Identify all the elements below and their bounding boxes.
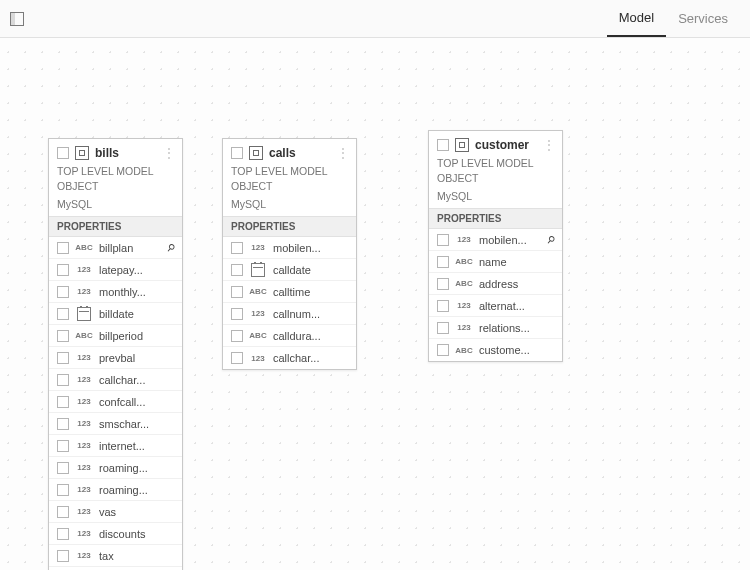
entity-icon [249, 146, 263, 160]
property-label: latepay... [99, 264, 174, 276]
property-row[interactable]: ABCcalldura... [223, 325, 356, 347]
property-row[interactable]: 123roaming... [49, 457, 182, 479]
type-text-icon: ABC [249, 331, 267, 340]
property-row[interactable]: 123callchar... [49, 369, 182, 391]
property-checkbox[interactable] [57, 484, 69, 496]
property-row[interactable]: ABCbillplan⚲ [49, 237, 182, 259]
property-checkbox[interactable] [437, 322, 449, 334]
entity-icon [455, 138, 469, 152]
property-checkbox[interactable] [57, 330, 69, 342]
property-checkbox[interactable] [57, 352, 69, 364]
property-row[interactable]: 123roaming... [49, 479, 182, 501]
property-checkbox[interactable] [231, 330, 243, 342]
entity-menu-icon[interactable]: ⋮ [163, 147, 174, 159]
property-checkbox[interactable] [437, 344, 449, 356]
property-row[interactable]: 123confcall... [49, 391, 182, 413]
entity-checkbox[interactable] [231, 147, 243, 159]
property-label: calldate [273, 264, 348, 276]
type-text-icon: ABC [75, 243, 93, 252]
property-checkbox[interactable] [57, 242, 69, 254]
property-row[interactable]: 123alternat... [429, 295, 562, 317]
property-checkbox[interactable] [231, 286, 243, 298]
property-checkbox[interactable] [437, 256, 449, 268]
property-checkbox[interactable] [437, 300, 449, 312]
entity-name: bills [95, 146, 119, 160]
type-number-icon: 123 [75, 397, 93, 406]
property-checkbox[interactable] [57, 264, 69, 276]
property-checkbox[interactable] [57, 462, 69, 474]
property-checkbox[interactable] [57, 440, 69, 452]
type-date-icon [77, 307, 91, 321]
property-checkbox[interactable] [57, 506, 69, 518]
property-checkbox[interactable] [231, 264, 243, 276]
type-number-icon: 123 [455, 323, 473, 332]
property-row[interactable]: 123tax [49, 545, 182, 567]
entity-datasource: MySQL [57, 197, 174, 212]
entity-checkbox[interactable] [437, 139, 449, 151]
entity-checkbox[interactable] [57, 147, 69, 159]
property-row[interactable]: ABCname [429, 251, 562, 273]
property-row[interactable]: 123prevbal [49, 347, 182, 369]
property-row[interactable]: billdate [49, 303, 182, 325]
property-row[interactable]: 123monthly... [49, 281, 182, 303]
type-number-icon: 123 [75, 441, 93, 450]
property-checkbox[interactable] [231, 242, 243, 254]
entity-menu-icon[interactable]: ⋮ [543, 139, 554, 151]
property-row[interactable]: 123callchar... [223, 347, 356, 369]
entity-bills[interactable]: bills⋮TOP LEVEL MODEL OBJECTMySQLPROPERT… [48, 138, 183, 570]
type-number-icon: 123 [249, 243, 267, 252]
tab-services[interactable]: Services [666, 1, 740, 36]
property-row[interactable]: 123internet... [49, 435, 182, 457]
properties-header: PROPERTIES [223, 216, 356, 237]
property-label: billdate [99, 308, 174, 320]
property-row[interactable]: ABCbillperiod [49, 325, 182, 347]
type-number-icon: 123 [75, 551, 93, 560]
property-row[interactable]: ABCaddress [429, 273, 562, 295]
property-label: name [479, 256, 554, 268]
property-row[interactable]: 123callnum... [223, 303, 356, 325]
canvas[interactable]: bills⋮TOP LEVEL MODEL OBJECTMySQLPROPERT… [0, 38, 750, 570]
entity-name: calls [269, 146, 296, 160]
property-checkbox[interactable] [57, 286, 69, 298]
property-checkbox[interactable] [57, 374, 69, 386]
type-number-icon: 123 [75, 485, 93, 494]
property-row[interactable]: ABCcustome... [429, 339, 562, 361]
entity-customer[interactable]: customer⋮TOP LEVEL MODEL OBJECTMySQLPROP… [428, 130, 563, 362]
tab-model[interactable]: Model [607, 0, 666, 37]
property-checkbox[interactable] [57, 550, 69, 562]
property-checkbox[interactable] [437, 278, 449, 290]
property-label: alternat... [479, 300, 554, 312]
property-row[interactable]: 123discounts [49, 523, 182, 545]
property-row[interactable]: 123vas [49, 501, 182, 523]
type-number-icon: 123 [75, 419, 93, 428]
property-checkbox[interactable] [57, 396, 69, 408]
entity-name: customer [475, 138, 529, 152]
property-checkbox[interactable] [57, 308, 69, 320]
property-label: calldura... [273, 330, 348, 342]
property-row[interactable]: calldate [223, 259, 356, 281]
property-label: prevbal [99, 352, 174, 364]
property-row[interactable]: 123mobilen... [223, 237, 356, 259]
entity-header: bills⋮TOP LEVEL MODEL OBJECTMySQL [49, 139, 182, 216]
entity-menu-icon[interactable]: ⋮ [337, 147, 348, 159]
type-number-icon: 123 [75, 529, 93, 538]
property-checkbox[interactable] [231, 352, 243, 364]
property-row[interactable]: 123latepay... [49, 259, 182, 281]
property-checkbox[interactable] [231, 308, 243, 320]
property-checkbox[interactable] [57, 528, 69, 540]
entity-datasource: MySQL [231, 197, 348, 212]
entity-calls[interactable]: calls⋮TOP LEVEL MODEL OBJECTMySQLPROPERT… [222, 138, 357, 370]
property-row[interactable]: 123mobilen...⚲ [429, 229, 562, 251]
key-icon: ⚲ [544, 233, 556, 246]
property-checkbox[interactable] [437, 234, 449, 246]
panel-toggle-icon[interactable] [10, 12, 24, 26]
property-checkbox[interactable] [57, 418, 69, 430]
property-row[interactable]: ABCcalltime [223, 281, 356, 303]
type-number-icon: 123 [455, 235, 473, 244]
type-number-icon: 123 [75, 507, 93, 516]
type-number-icon: 123 [249, 309, 267, 318]
property-label: billperiod [99, 330, 174, 342]
property-row[interactable]: 123relations... [429, 317, 562, 339]
property-label: internet... [99, 440, 174, 452]
property-row[interactable]: 123smschar... [49, 413, 182, 435]
